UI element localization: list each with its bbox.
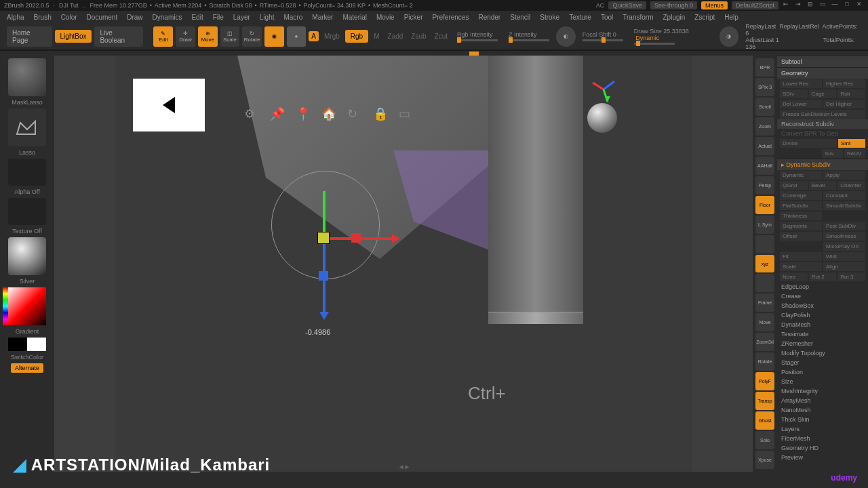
rightbtn-bpr[interactable]: BPR xyxy=(755,58,774,77)
section-fibermesh[interactable]: FiberMesh xyxy=(777,434,868,443)
rightbtn-rotate[interactable]: Rotate xyxy=(755,352,774,371)
zadd-label[interactable]: Zadd xyxy=(388,33,403,40)
mrgb-label[interactable]: Mrgb xyxy=(324,33,340,40)
sculptris-button[interactable]: ● xyxy=(287,26,307,47)
rightbtn-zoom[interactable]: Zoom xyxy=(755,117,774,136)
menu-marker[interactable]: Marker xyxy=(308,12,337,22)
dyn-chamfer[interactable]: Chamfer xyxy=(837,181,865,190)
menu-zplugin[interactable]: Zplugin xyxy=(659,12,690,22)
section-meshintegrity[interactable]: MeshIntegrity xyxy=(777,386,868,396)
section-preview[interactable]: Preview xyxy=(777,453,868,462)
dyn-post-subdiv[interactable]: Post SubDiv xyxy=(823,222,865,230)
dyn-smoothness[interactable]: Smoothness xyxy=(823,232,865,241)
brush-thumbnail[interactable] xyxy=(8,58,46,96)
play-overlay[interactable] xyxy=(133,79,205,131)
menu-macro[interactable]: Macro xyxy=(280,12,307,22)
redo-history-icon[interactable]: ⇥ xyxy=(793,1,803,10)
menu-preferences[interactable]: Preferences xyxy=(428,12,473,22)
menu-zscript[interactable]: Zscript xyxy=(690,12,719,22)
rightbtn-blank[interactable] xyxy=(755,235,774,253)
sticky-icon[interactable]: ▭ xyxy=(399,106,414,121)
bottom-scroll-arrows[interactable]: ◄ ► xyxy=(398,463,410,470)
draw-size-slider[interactable]: Draw Size 25.33838 Dynamic xyxy=(634,28,713,45)
menu-draw[interactable]: Draw xyxy=(123,12,146,22)
alternate-button[interactable]: Alternate xyxy=(11,363,43,373)
dyn-dynamic[interactable]: Dynamic xyxy=(780,171,822,180)
menu-file[interactable]: File xyxy=(209,12,228,22)
gizmo-3d[interactable]: -0.4986 xyxy=(258,157,434,333)
section-arraymesh[interactable]: ArrayMesh xyxy=(777,396,868,405)
menu-layer[interactable]: Layer xyxy=(229,12,254,22)
smt-button[interactable]: Smt xyxy=(838,139,865,148)
viewport[interactable]: ⚙ 📌 📍 🏠 ↻ 🔒 ▭ -0.4986 xyxy=(54,56,753,472)
rightbtn-xpose[interactable]: Xpose xyxy=(755,451,774,469)
rightbtn-persp[interactable]: Persp xyxy=(755,176,774,195)
section-shadowbox[interactable]: ShadowBox xyxy=(777,301,868,310)
zsub-label[interactable]: Zsub xyxy=(411,33,426,40)
pin-icon[interactable]: 📌 xyxy=(270,106,285,121)
pin-icon[interactable]: ⊟ xyxy=(806,1,815,10)
rightbtn-ghost[interactable]: Ghost xyxy=(755,411,774,430)
texture-thumbnail[interactable] xyxy=(8,198,46,225)
adjustlast-slider[interactable]: AdjustLast 1 xyxy=(745,37,779,43)
dyn-constant[interactable]: Constant xyxy=(823,191,865,200)
gradient-label[interactable]: Gradient xyxy=(16,328,39,335)
reuv-button[interactable]: ReUV xyxy=(844,149,865,158)
replaylastrel-button[interactable]: ReplayLastRel xyxy=(779,23,819,30)
divide-button[interactable]: Divide xyxy=(780,139,837,148)
rightbtn-spix-3[interactable]: SPix 3 xyxy=(755,78,774,96)
section-tessimate[interactable]: Tessimate xyxy=(777,329,868,339)
dyn-smoothsubdiv[interactable]: SmoothSubdiv xyxy=(823,201,865,210)
rightbtn-actual[interactable]: Actual xyxy=(755,137,774,155)
secondary-color-swatch[interactable] xyxy=(8,338,46,351)
rotate-mode-button[interactable]: ↻Rotate xyxy=(242,26,262,47)
gear-icon[interactable]: ⚙ xyxy=(244,106,259,121)
section-position[interactable]: Position xyxy=(777,367,868,377)
menu-brush[interactable]: Brush xyxy=(30,12,56,22)
section-geometry-hd[interactable]: Geometry HD xyxy=(777,443,868,453)
minimize-icon[interactable]: — xyxy=(830,1,840,10)
history-bar[interactable] xyxy=(0,50,868,56)
dyn-none[interactable]: None xyxy=(780,272,808,281)
preview-sphere[interactable] xyxy=(587,103,617,133)
rightbtn-frame[interactable]: Frame xyxy=(755,293,774,312)
seethrough-control[interactable]: See-through 0 xyxy=(650,1,697,9)
default-zscript[interactable]: DefaultZScript xyxy=(732,1,778,9)
undo-history-icon[interactable]: ⇤ xyxy=(781,1,791,10)
menu-edit[interactable]: Edit xyxy=(187,12,207,22)
switchcolor-button[interactable]: SwitchColor xyxy=(11,354,43,361)
geo-cage[interactable]: Cage xyxy=(809,89,837,98)
quicksave-button[interactable]: QuickSave xyxy=(608,1,646,9)
lightbox-button[interactable]: LightBox xyxy=(55,30,92,43)
menu-light[interactable]: Light xyxy=(256,12,279,22)
rightbtn-move[interactable]: Move xyxy=(755,313,774,331)
reconstruct-subdiv-button[interactable]: Reconstruct Subdiv xyxy=(777,119,868,129)
edit-mode-button[interactable]: ✎Edit xyxy=(153,26,173,47)
liveboolean-button[interactable]: Live Boolean xyxy=(94,26,142,47)
menu-transform[interactable]: Transform xyxy=(618,12,657,22)
dyn-thickness[interactable]: Thickness xyxy=(780,211,822,220)
rightbtn-zoom3d[interactable]: Zoom3d xyxy=(755,333,774,351)
section-dynamesh[interactable]: DynaMesh xyxy=(777,320,868,329)
menu-help[interactable]: Help xyxy=(720,12,743,22)
replaylast-button[interactable]: ReplayLast xyxy=(745,23,776,30)
rightbtn-aahalf[interactable]: AAHalf xyxy=(755,157,774,175)
color-picker[interactable] xyxy=(8,287,46,325)
section-edgeloop[interactable]: EdgeLoop xyxy=(777,282,868,291)
dyn-scale[interactable]: Scale xyxy=(780,262,822,271)
convert-bpr-button[interactable]: Convert BPR To Geo xyxy=(777,129,868,138)
section-nanomesh[interactable]: NanoMesh xyxy=(777,405,868,415)
menu-stencil[interactable]: Stencil xyxy=(506,12,534,22)
subtool-section[interactable]: Subtool xyxy=(777,56,868,67)
rightbtn-transp[interactable]: Transp xyxy=(755,392,774,410)
menu-document[interactable]: Document xyxy=(83,12,122,22)
menu-material[interactable]: Material xyxy=(338,12,371,22)
rightbtn-blank[interactable] xyxy=(755,274,774,292)
scale-mode-button[interactable]: ◫Scale xyxy=(220,26,240,47)
dyn-align[interactable]: Align xyxy=(823,262,865,271)
section-size[interactable]: Size xyxy=(777,377,868,386)
dyn-bevel[interactable]: Bevel xyxy=(809,181,837,190)
dyn-widt[interactable]: Widt xyxy=(823,252,865,261)
geo-lower-res[interactable]: Lower Res xyxy=(780,79,822,88)
dyn-qgrid[interactable]: QGrid xyxy=(780,181,808,190)
